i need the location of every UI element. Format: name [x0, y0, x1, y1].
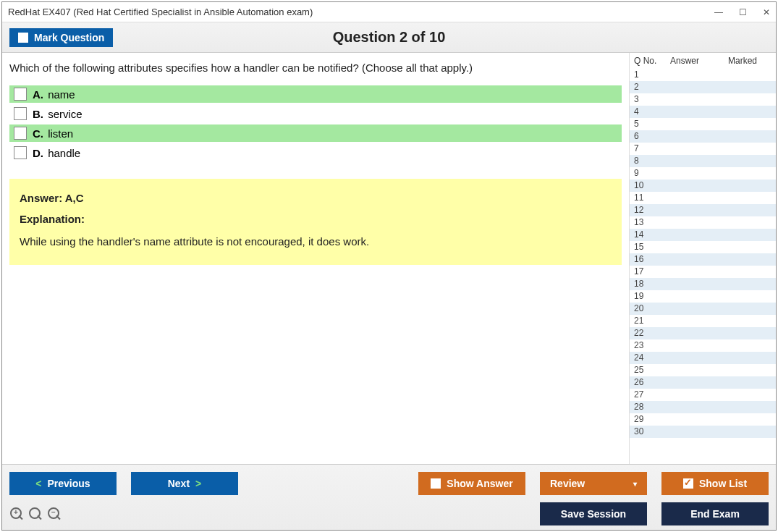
show-answer-button[interactable]: Show Answer	[418, 472, 525, 495]
list-row[interactable]: 23	[630, 339, 776, 352]
close-icon[interactable]: ✕	[763, 7, 770, 17]
list-qno: 25	[634, 364, 670, 376]
list-answer	[670, 155, 728, 167]
list-row[interactable]: 19	[630, 290, 776, 303]
review-button[interactable]: Review ▾	[540, 472, 647, 495]
list-answer	[670, 327, 728, 339]
list-marked	[728, 253, 771, 266]
main-area: Which of the following attributes specif…	[2, 53, 776, 464]
list-row[interactable]: 11	[630, 192, 776, 204]
list-row[interactable]: 4	[630, 106, 776, 118]
option-row[interactable]: A. name	[9, 85, 622, 103]
list-row[interactable]: 24	[630, 352, 776, 364]
mark-question-button[interactable]: Mark Question	[9, 28, 113, 47]
option-row[interactable]: C. listen	[9, 124, 622, 142]
list-row[interactable]: 1	[630, 69, 776, 81]
list-row[interactable]: 25	[630, 364, 776, 376]
list-row[interactable]: 17	[630, 266, 776, 278]
list-qno: 23	[634, 339, 670, 352]
zoom-out-icon[interactable]: −	[47, 507, 62, 521]
list-row[interactable]: 2	[630, 81, 776, 93]
list-row[interactable]: 27	[630, 389, 776, 401]
window-controls: — ☐ ✕	[714, 7, 770, 17]
option-row[interactable]: B. service	[9, 105, 622, 122]
list-row[interactable]: 14	[630, 229, 776, 241]
chevron-left-icon: <	[35, 478, 41, 489]
header-qno: Q No.	[634, 56, 670, 66]
save-session-button[interactable]: Save Session	[540, 502, 647, 525]
footer-row-2: + − Save Session End Exam	[9, 502, 769, 525]
list-row[interactable]: 7	[630, 143, 776, 155]
list-answer	[670, 69, 728, 81]
list-qno: 28	[634, 401, 670, 413]
list-marked	[728, 192, 771, 204]
list-row[interactable]: 29	[630, 413, 776, 426]
list-answer	[670, 81, 728, 93]
review-label: Review	[550, 478, 585, 489]
list-row[interactable]: 13	[630, 216, 776, 229]
list-qno: 20	[634, 303, 670, 315]
list-row[interactable]: 5	[630, 118, 776, 130]
list-row[interactable]: 9	[630, 167, 776, 180]
list-qno: 14	[634, 229, 670, 241]
option-checkbox[interactable]	[14, 88, 27, 101]
list-marked	[728, 290, 771, 303]
end-exam-button[interactable]: End Exam	[661, 502, 769, 525]
option-checkbox[interactable]	[14, 107, 27, 120]
list-qno: 4	[634, 106, 670, 118]
list-answer	[670, 93, 728, 106]
show-list-button[interactable]: Show List	[661, 472, 769, 495]
toolbar: Mark Question Question 2 of 10	[2, 22, 776, 53]
zoom-reset-icon[interactable]	[28, 507, 43, 521]
option-text: A. name	[33, 88, 75, 101]
list-row[interactable]: 8	[630, 155, 776, 167]
title-bar: RedHat EX407 (Red Hat Certified Speciali…	[2, 2, 776, 22]
list-row[interactable]: 22	[630, 327, 776, 339]
options-list: A. nameB. serviceC. listenD. handle	[9, 85, 622, 161]
option-checkbox[interactable]	[14, 127, 27, 140]
list-qno: 18	[634, 278, 670, 290]
question-pane: Which of the following attributes specif…	[2, 53, 629, 464]
list-row[interactable]: 20	[630, 303, 776, 315]
list-row[interactable]: 10	[630, 180, 776, 192]
list-answer	[670, 143, 728, 155]
list-row[interactable]: 30	[630, 426, 776, 438]
footer: < Previous Next > Show Answer Review ▾	[2, 464, 776, 530]
list-row[interactable]: 12	[630, 204, 776, 216]
list-qno: 30	[634, 426, 670, 438]
list-qno: 6	[634, 130, 670, 143]
zoom-in-icon[interactable]: +	[9, 507, 24, 521]
option-value: handle	[48, 147, 80, 159]
list-qno: 21	[634, 315, 670, 327]
list-row[interactable]: 15	[630, 241, 776, 253]
list-row[interactable]: 21	[630, 315, 776, 327]
previous-button[interactable]: < Previous	[9, 472, 117, 495]
minimize-icon[interactable]: —	[714, 7, 723, 17]
next-button[interactable]: Next >	[131, 472, 238, 495]
option-row[interactable]: D. handle	[9, 144, 622, 161]
list-answer	[670, 339, 728, 352]
list-qno: 19	[634, 290, 670, 303]
list-row[interactable]: 3	[630, 93, 776, 106]
list-marked	[728, 413, 771, 426]
list-qno: 29	[634, 413, 670, 426]
list-marked	[728, 401, 771, 413]
list-qno: 27	[634, 389, 670, 401]
list-row[interactable]: 26	[630, 376, 776, 389]
list-answer	[670, 364, 728, 376]
list-marked	[728, 303, 771, 315]
option-checkbox[interactable]	[14, 146, 27, 159]
previous-label: Previous	[48, 478, 90, 489]
list-row[interactable]: 6	[630, 130, 776, 143]
list-answer	[670, 192, 728, 204]
question-list-body[interactable]: 1234567891011121314151617181920212223242…	[630, 69, 776, 464]
list-answer	[670, 426, 728, 438]
question-number-title: Question 2 of 10	[2, 29, 776, 46]
list-row[interactable]: 16	[630, 253, 776, 266]
save-session-label: Save Session	[561, 508, 626, 520]
header-answer: Answer	[670, 56, 728, 66]
maximize-icon[interactable]: ☐	[739, 7, 747, 17]
nav-right: Show Answer Review ▾ Show List	[418, 472, 769, 495]
list-row[interactable]: 18	[630, 278, 776, 290]
list-row[interactable]: 28	[630, 401, 776, 413]
